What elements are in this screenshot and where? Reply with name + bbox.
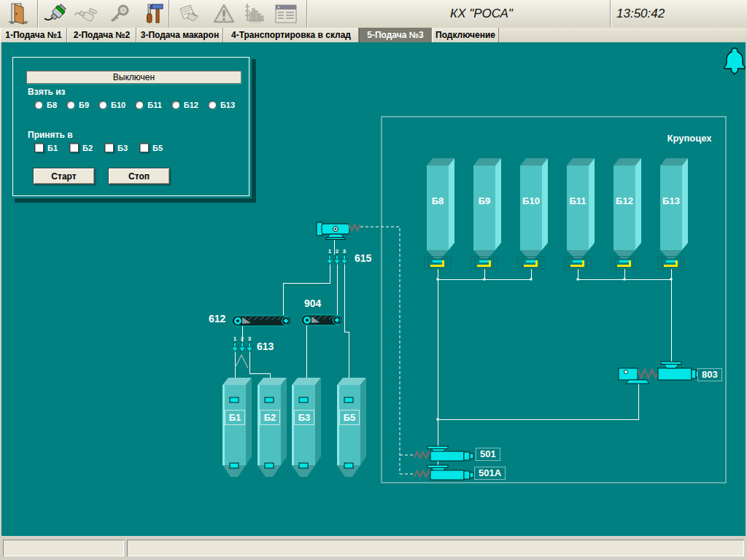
app-title: КХ "РОСА" [365, 0, 598, 28]
scada-window: КХ "РОСА" 13:50:42 1-Подача №1 2-Подача … [0, 0, 747, 560]
silos-top [427, 158, 688, 259]
mimic-area: Крупоцех Б8 Б9 Б10 Б11 Б12 Б13 Б1 Б2 Б3 … [0, 42, 747, 536]
silo-b3-label: Б3 [294, 410, 314, 425]
alarm-bell-icon[interactable] [722, 47, 747, 76]
blower-machine [317, 222, 360, 240]
report-hand-icon[interactable] [177, 2, 201, 26]
silo-b9 [473, 158, 501, 259]
take-from-label: Взять из [28, 87, 66, 97]
silo-b13-label: Б13 [660, 195, 682, 206]
receive-to-options: Б1 Б2 Б3 Б5 [34, 143, 172, 152]
silo-b1 [222, 378, 252, 477]
take-from-options: Б8 Б9 Б10 Б11 Б12 Б13 [34, 101, 244, 109]
data-table-icon[interactable] [274, 2, 298, 26]
valve-b9 [471, 257, 498, 269]
junction-dots [437, 279, 673, 421]
toolbar: КХ "РОСА" 13:50:42 [0, 0, 747, 28]
silo-b8-label: Б8 [427, 195, 449, 206]
distributor-613-label: 613 [257, 341, 274, 352]
start-button[interactable]: Старт [33, 168, 95, 184]
silo-b13 [660, 158, 688, 259]
screw-501-label: 501 [476, 448, 500, 461]
distributor-615-arrow-3 [341, 255, 348, 265]
workshop-label: Крупоцех [657, 133, 722, 144]
checkbox-b1[interactable] [34, 143, 44, 152]
belt-conveyor-612 [232, 316, 292, 326]
tools-icon[interactable] [141, 2, 166, 26]
silo-b10-label: Б10 [520, 195, 542, 206]
screw-501a-label: 501A [474, 467, 506, 480]
screw-conveyor-803 [619, 362, 698, 384]
tab-bar: 1-Подача №1 2-Подача №2 3-Подача макарон… [0, 28, 747, 43]
silo-b12 [614, 158, 641, 259]
distributor-615-number-3: 3 [341, 249, 348, 254]
checkbox-b5[interactable] [139, 143, 149, 152]
radio-b10[interactable] [98, 101, 107, 109]
radio-b11[interactable] [135, 101, 144, 109]
tab-podacha-2[interactable]: 2-Подача №2 [67, 28, 136, 42]
silo-b8 [427, 158, 454, 259]
conveyor-904-label: 904 [304, 298, 321, 309]
valve-b10 [518, 257, 544, 269]
silos-bottom [222, 378, 366, 477]
distributor-615-label: 615 [355, 252, 371, 264]
tab-transport-sklad[interactable]: 4-Транспортировка в склад [223, 28, 359, 42]
silo-b12-label: Б12 [614, 195, 635, 206]
silo-b11-label: Б11 [567, 195, 589, 206]
belt-conveyor-904 [301, 315, 343, 325]
diverter-flap [235, 355, 248, 368]
tab-podacha-3[interactable]: 5-Подача №3 [359, 28, 432, 42]
clock: 13:50:42 [616, 0, 689, 28]
connect-plug-icon[interactable] [44, 2, 69, 26]
silo-b5 [337, 378, 366, 477]
status-field: Выключен [26, 71, 241, 84]
silo-b2 [258, 378, 287, 477]
silo-b1-label: Б1 [225, 410, 245, 425]
disconnect-plug-icon[interactable] [74, 2, 99, 26]
distributor-613-arrow-3 [247, 343, 253, 352]
screw-conveyor-501 [414, 446, 473, 461]
silo-b9-label: Б9 [473, 195, 495, 206]
radio-b9[interactable] [66, 101, 75, 109]
stop-button[interactable]: Стоп [108, 168, 170, 184]
status-cell-left [3, 540, 124, 556]
distributor-615-arrow-2 [334, 255, 341, 265]
status-cell-main [127, 540, 744, 556]
radio-b13[interactable] [208, 101, 217, 109]
distributor-615-number-2: 2 [333, 249, 341, 254]
tab-podacha-1[interactable]: 1-Подача №1 [0, 28, 67, 42]
receive-to-label: Принять в [28, 130, 73, 140]
screw-conveyor-501a [414, 465, 473, 480]
silo-b5-label: Б5 [339, 410, 360, 425]
valve-b13 [658, 257, 684, 269]
valve-b8 [425, 257, 451, 269]
checkbox-b2[interactable] [69, 143, 79, 152]
control-panel: Выключен Взять из Б8 Б9 Б10 Б11 Б12 Б13 … [10, 55, 252, 198]
distributor-613-arrow-2 [239, 343, 246, 352]
distributor-613-number-3: 3 [246, 336, 253, 342]
distributor-613-arrow-1 [232, 343, 239, 352]
distributor-615-number-1: 1 [326, 249, 333, 254]
warning-icon[interactable] [212, 2, 236, 26]
silo-b3 [292, 378, 321, 477]
status-bar [0, 536, 747, 560]
tab-podkluchenie[interactable]: Подключение [432, 28, 499, 42]
screw-803-label: 803 [697, 368, 722, 381]
silo-b10 [520, 158, 548, 259]
key-icon[interactable] [107, 2, 131, 26]
valve-b12 [611, 257, 638, 269]
distributor-613-number-2: 2 [239, 336, 246, 342]
checkbox-b3[interactable] [104, 143, 114, 152]
radio-b8[interactable] [34, 101, 43, 109]
silo-b11 [567, 158, 595, 259]
silo-b2-label: Б2 [260, 410, 280, 425]
distributor-613-number-1: 1 [231, 336, 239, 342]
distributor-615-arrow-1 [327, 255, 333, 265]
valve-b11 [565, 257, 591, 269]
conveyor-612-label: 612 [209, 313, 225, 324]
trend-chart-icon[interactable] [242, 2, 267, 26]
exit-door-icon[interactable] [6, 2, 31, 26]
tab-podacha-makaron[interactable]: 3-Подача макарон [136, 28, 223, 42]
radio-b12[interactable] [171, 101, 180, 109]
